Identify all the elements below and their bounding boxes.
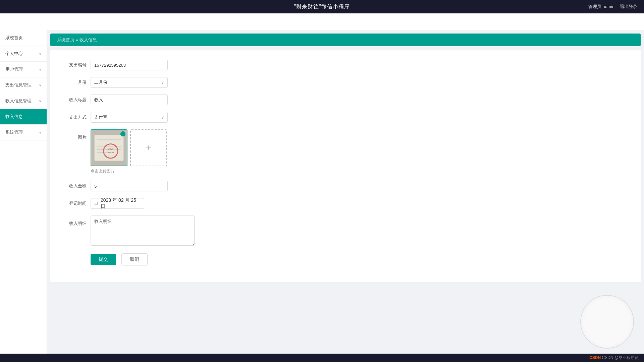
date-control: ☐ 2023 年 02 月 25 日 xyxy=(91,198,168,209)
expense-no-control xyxy=(91,60,168,70)
calendar-icon: ☐ xyxy=(94,201,98,206)
date-picker[interactable]: ☐ 2023 年 02 月 25 日 xyxy=(91,198,144,209)
month-select[interactable]: 二月份 ∨ xyxy=(91,77,168,88)
svg-text:CAG: CAG xyxy=(108,148,113,150)
form-row-image: 图片 xyxy=(64,129,627,174)
chevron-icon: ∨ xyxy=(39,99,41,103)
svg-point-10 xyxy=(120,131,125,136)
month-control: 二月份 ∨ xyxy=(91,77,168,88)
button-group: 提交 取消 xyxy=(91,253,148,265)
amount-input[interactable] xyxy=(91,181,168,191)
form-row-remarks: 收入明细 xyxy=(64,216,627,247)
month-label: 月份 xyxy=(64,77,91,88)
main-content: 系统首页 ≡ 收入信息 支出编号 月份 二月份 ∨ xyxy=(47,30,644,362)
image-preview[interactable]: CAG OFFICIAL xyxy=(91,129,127,166)
form-row-income-title: 收入标题 xyxy=(64,95,627,105)
chevron-down-icon: ∨ xyxy=(161,115,164,120)
sidebar-item-personal[interactable]: 个人中心 ∨ xyxy=(0,46,47,62)
layout: 系统首页 个人中心 ∨ 用户管理 ∨ 支出信息管理 ∨ 收入信息管理 ∨ 收入信… xyxy=(0,30,644,362)
payment-method-control: 支付宝 ∨ xyxy=(91,112,168,123)
payment-method-value: 支付宝 xyxy=(94,114,107,120)
upload-hint[interactable]: 点击上传图片 xyxy=(91,168,167,174)
date-label: 登记时间 xyxy=(64,198,91,209)
form-row-buttons: 提交 取消 xyxy=(64,253,627,265)
cancel-button[interactable]: 取消 xyxy=(121,253,148,265)
footer-text: CSDN @毕业程序员 xyxy=(602,355,639,360)
sidebar-item-income-info[interactable]: 收入信息 xyxy=(0,109,47,125)
sidebar-item-income-mgmt[interactable]: 收入信息管理 ∨ xyxy=(0,93,47,109)
footer-bar: CSDN CSDN @毕业程序员 xyxy=(0,354,644,362)
chevron-icon: ∨ xyxy=(39,68,41,71)
svg-text:OFFICIAL: OFFICIAL xyxy=(107,152,114,154)
expense-no-label: 支出编号 xyxy=(64,60,91,70)
csdn-logo: CSDN xyxy=(589,355,602,360)
form-row-payment-method: 支出方式 支付宝 ∨ xyxy=(64,112,627,123)
sidebar-item-sys-mgmt[interactable]: 系统管理 ∨ xyxy=(0,125,47,140)
submit-button[interactable]: 提交 xyxy=(91,254,116,265)
month-value: 二月份 xyxy=(94,79,107,85)
date-value: 2023 年 02 月 25 日 xyxy=(101,197,141,209)
preview-svg: CAG OFFICIAL xyxy=(91,129,127,166)
logout-button[interactable]: 退出登录 xyxy=(620,4,637,10)
admin-label: 管理员 admin xyxy=(588,4,614,10)
form-row-date: 登记时间 ☐ 2023 年 02 月 25 日 xyxy=(64,198,627,209)
form-row-amount: 收入金额 xyxy=(64,181,627,191)
breadcrumb-current: 收入信息 xyxy=(79,37,97,42)
form-row-expense-no: 支出编号 xyxy=(64,60,627,70)
income-title-label: 收入标题 xyxy=(64,95,91,105)
breadcrumb-home[interactable]: 系统首页 xyxy=(57,37,74,42)
payment-method-label: 支出方式 xyxy=(64,112,91,123)
form-row-month: 月份 二月份 ∨ xyxy=(64,77,627,88)
income-title-control xyxy=(91,95,168,105)
sidebar-item-user-mgmt[interactable]: 用户管理 ∨ xyxy=(0,62,47,77)
breadcrumb-separator: ≡ xyxy=(76,37,79,42)
chevron-icon: ∨ xyxy=(39,131,41,134)
sidebar-item-expense-mgmt[interactable]: 支出信息管理 ∨ xyxy=(0,77,47,93)
top-bar: "财来财往"微信小程序 管理员 admin 退出登录 xyxy=(0,0,644,13)
image-upload-section: CAG OFFICIAL + 点击上传图片 xyxy=(91,129,167,174)
expense-no-input[interactable] xyxy=(91,60,168,70)
form-container: 支出编号 月份 二月份 ∨ 收入标题 xyxy=(50,50,641,282)
image-preview-inner: CAG OFFICIAL xyxy=(91,130,127,166)
amount-control xyxy=(91,181,168,191)
payment-method-select[interactable]: 支付宝 ∨ xyxy=(91,112,168,123)
top-bar-right: 管理员 admin 退出登录 xyxy=(588,4,637,10)
sidebar-item-home[interactable]: 系统首页 xyxy=(0,30,47,46)
image-upload-area: CAG OFFICIAL + xyxy=(91,129,167,166)
image-label: 图片 xyxy=(64,129,91,143)
image-add-button[interactable]: + xyxy=(130,129,167,166)
chevron-down-icon: ∨ xyxy=(161,80,164,85)
sidebar: 系统首页 个人中心 ∨ 用户管理 ∨ 支出信息管理 ∨ 收入信息管理 ∨ 收入信… xyxy=(0,30,47,362)
app-title: "财来财往"微信小程序 xyxy=(294,3,350,10)
income-title-input[interactable] xyxy=(91,95,168,105)
plus-icon: + xyxy=(146,142,151,153)
remarks-label: 收入明细 xyxy=(64,216,91,229)
header-bar xyxy=(0,13,644,30)
remarks-textarea[interactable] xyxy=(91,216,195,246)
remarks-control xyxy=(91,216,198,247)
chevron-icon: ∨ xyxy=(39,83,41,87)
breadcrumb: 系统首页 ≡ 收入信息 xyxy=(50,34,641,46)
chevron-icon: ∨ xyxy=(39,52,41,56)
amount-label: 收入金额 xyxy=(64,181,91,191)
